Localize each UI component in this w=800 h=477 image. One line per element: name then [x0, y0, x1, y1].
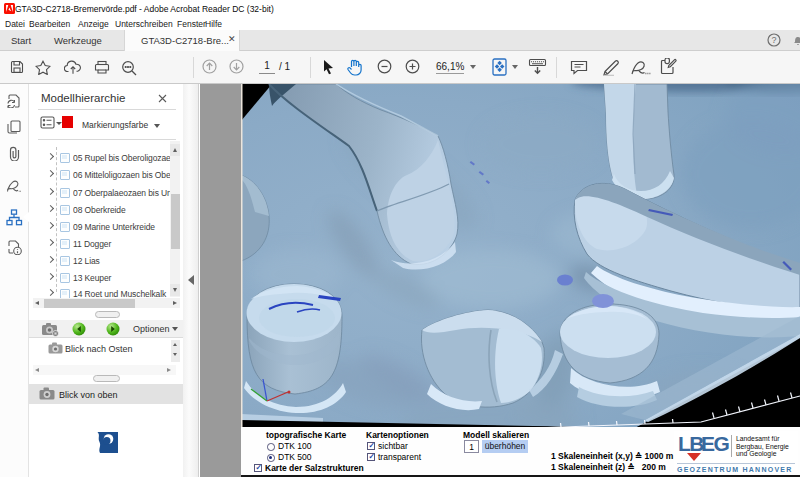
svg-text:?: ?	[771, 35, 776, 45]
